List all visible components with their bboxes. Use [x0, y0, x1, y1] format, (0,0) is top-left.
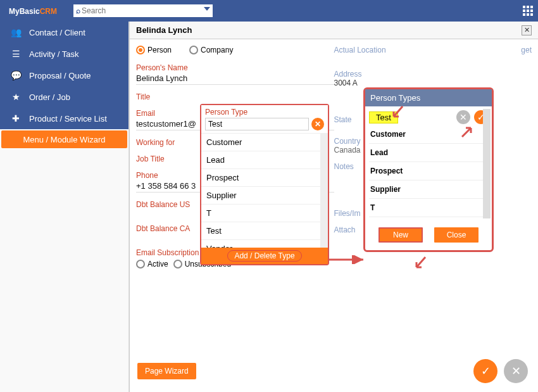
- person-type-item[interactable]: Supplier: [201, 187, 328, 205]
- panel-title: Belinda Lynch: [136, 25, 192, 35]
- person-types-item[interactable]: Customer: [369, 125, 488, 144]
- title-label: Title: [136, 92, 334, 101]
- person-type-item[interactable]: Test: [201, 222, 328, 240]
- person-types-title: Person Types: [365, 89, 492, 106]
- sidebar-item-contact[interactable]: 👥Contact / Client: [0, 22, 128, 43]
- search-input[interactable]: [82, 6, 210, 15]
- person-types-item[interactable]: Supplier: [369, 180, 488, 199]
- person-types-highlight[interactable]: Test: [369, 111, 398, 123]
- get-link[interactable]: get: [521, 46, 532, 54]
- app-logo: MyBasicCRM: [9, 5, 57, 16]
- sidebar: 👥Contact / Client ☰Activity / Task 💬Prop…: [0, 22, 128, 129]
- person-types-close-button[interactable]: Close: [434, 227, 479, 243]
- search-dropdown-caret[interactable]: [204, 7, 210, 11]
- radio-company-label: Company: [201, 46, 233, 54]
- sidebar-item-proposal[interactable]: 💬Proposal / Quote: [0, 65, 128, 86]
- menu-module-wizard-button[interactable]: Menu / Module Wizard: [1, 130, 127, 148]
- person-type-item[interactable]: Lead: [201, 151, 328, 169]
- person-type-item[interactable]: Vendor: [201, 240, 328, 248]
- person-types-new-button[interactable]: New: [378, 227, 423, 243]
- person-type-item[interactable]: Customer: [201, 134, 328, 151]
- radio-company[interactable]: Company: [189, 46, 233, 54]
- person-type-input[interactable]: [205, 118, 309, 130]
- cancel-button[interactable]: ✕: [504, 359, 528, 383]
- scrollbar[interactable]: [483, 109, 491, 218]
- person-types-cancel-icon[interactable]: ✕: [456, 110, 470, 124]
- address-label: Address: [334, 70, 532, 79]
- sidebar-item-order[interactable]: ★Order / Job: [0, 86, 128, 108]
- plus-icon: ✚: [9, 113, 23, 123]
- person-types-item[interactable]: Prospect: [369, 162, 488, 180]
- search-box[interactable]: ⌕: [73, 4, 213, 17]
- apps-grid-icon[interactable]: [523, 6, 533, 16]
- chat-icon: 💬: [9, 70, 23, 80]
- radio-person-label: Person: [147, 46, 172, 54]
- save-button[interactable]: ✓: [473, 359, 497, 383]
- actual-location-label: Actual Location: [334, 46, 386, 54]
- person-types-item[interactable]: T: [369, 199, 488, 217]
- list-icon: ☰: [9, 49, 23, 59]
- person-type-close-button[interactable]: ✕: [311, 118, 324, 130]
- address-value[interactable]: 3004 A: [334, 79, 532, 87]
- people-icon: 👥: [9, 27, 23, 37]
- person-type-item[interactable]: T: [201, 205, 328, 222]
- star-icon: ★: [9, 92, 23, 102]
- search-icon: ⌕: [76, 6, 80, 15]
- radio-person[interactable]: Person: [136, 46, 172, 54]
- page-wizard-button[interactable]: Page Wizard: [137, 363, 196, 379]
- panel-close-button[interactable]: ✕: [522, 25, 532, 35]
- sidebar-item-label: Activity / Task: [29, 49, 79, 59]
- radio-active[interactable]: Active: [136, 260, 168, 269]
- person-type-popup: Person Type ✕ Customer Lead Prospect Sup…: [200, 104, 329, 265]
- name-label: Person's Name: [136, 63, 334, 72]
- sidebar-item-label: Order / Job: [29, 92, 70, 102]
- add-delete-type-button[interactable]: Add / Delete Type: [201, 248, 328, 264]
- person-type-list: Customer Lead Prospect Supplier T Test V…: [201, 134, 328, 248]
- scrollbar[interactable]: [320, 134, 328, 248]
- sidebar-item-activity[interactable]: ☰Activity / Task: [0, 43, 128, 65]
- radio-active-label: Active: [147, 260, 168, 269]
- sidebar-item-product[interactable]: ✚Product / Service List: [0, 108, 128, 129]
- person-types-item[interactable]: Lead: [369, 144, 488, 162]
- name-value[interactable]: Belinda Lynch: [136, 73, 334, 85]
- person-type-title: Person Type: [205, 108, 324, 117]
- person-type-item[interactable]: Prospect: [201, 169, 328, 187]
- person-types-popup: Person Types Test ✕ ✓ Customer Lead Pros…: [363, 87, 494, 252]
- sidebar-item-label: Proposal / Quote: [29, 71, 91, 80]
- sidebar-item-label: Product / Service List: [29, 114, 107, 123]
- sidebar-item-label: Contact / Client: [29, 28, 85, 37]
